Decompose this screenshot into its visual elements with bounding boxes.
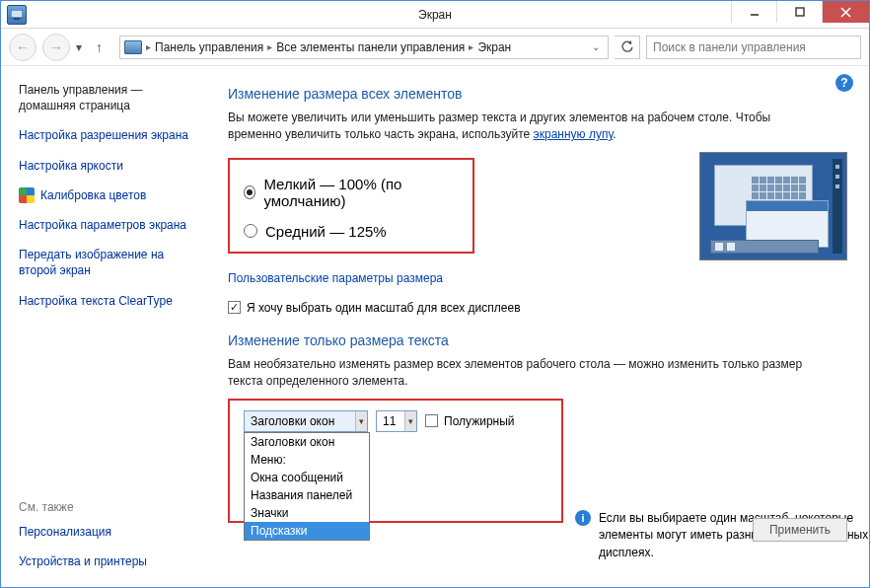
apply-button[interactable]: Применить — [753, 518, 847, 542]
radio-label: Мелкий — 100% (по умолчанию) — [263, 176, 459, 209]
sidebar-item-brightness[interactable]: Настройка яркости — [19, 158, 200, 174]
navigation-bar: ← → ▾ ↑ ▸ Панель управления ▸ Все элемен… — [1, 29, 869, 66]
dropdown-option[interactable]: Подсказки — [245, 522, 369, 540]
chevron-right-icon: ▸ — [146, 41, 151, 52]
search-input[interactable]: Поиск в панели управления — [646, 36, 861, 59]
dropdown-option[interactable]: Заголовки окон — [245, 433, 369, 451]
radio-medium[interactable]: Средний — 125% — [244, 223, 459, 240]
search-placeholder: Поиск в панели управления — [653, 40, 806, 54]
text-size-highlight: Заголовки окон ▾ Заголовки окон Меню: Ок… — [228, 399, 563, 523]
forward-button[interactable]: → — [42, 34, 70, 61]
title-bar: Экран — [1, 1, 869, 29]
desc-text: Вы можете увеличить или уменьшить размер… — [228, 110, 770, 141]
see-also-personalization[interactable]: Персонализация — [19, 524, 206, 540]
info-icon: i — [575, 510, 591, 526]
section-title-scaling: Изменение размера всех элементов — [228, 86, 847, 102]
main-content: ? Изменение размера всех элементов Вы мо… — [208, 66, 869, 587]
chevron-down-icon: ▾ — [404, 411, 416, 431]
see-also-header: См. также — [19, 500, 206, 514]
custom-scaling-link[interactable]: Пользовательские параметры размера — [228, 271, 443, 285]
up-button[interactable]: ↑ — [96, 39, 113, 55]
radio-label: Средний — 125% — [265, 223, 387, 240]
see-also-section: См. также Персонализация Устройства и пр… — [19, 500, 206, 569]
monitor-icon — [124, 40, 142, 54]
dropdown-option[interactable]: Значки — [245, 504, 369, 522]
sidebar-item-project[interactable]: Передать изображение на второй экран — [19, 247, 200, 278]
chevron-down-icon: ▾ — [355, 411, 367, 431]
section-title-textsize: Изменение только размера текста — [228, 332, 847, 348]
sidebar-item-calibration[interactable]: Калибровка цветов — [40, 187, 146, 203]
svg-rect-3 — [796, 8, 804, 16]
breadcrumb-item[interactable]: Панель управления — [155, 40, 263, 54]
breadcrumb-item[interactable]: Экран — [477, 40, 511, 54]
help-icon[interactable]: ? — [835, 74, 853, 92]
magnifier-link[interactable]: экранную лупу — [534, 127, 614, 141]
radio-icon — [244, 185, 255, 199]
checkbox-icon — [228, 301, 241, 314]
maximize-button[interactable] — [776, 1, 822, 23]
combobox-value: 11 — [383, 414, 396, 428]
sidebar-item-display-settings[interactable]: Настройка параметров экрана — [19, 217, 200, 233]
address-dropdown-icon[interactable]: ⌄ — [588, 41, 604, 52]
history-dropdown-icon[interactable]: ▾ — [76, 40, 90, 54]
combobox-value: Заголовки окон — [251, 414, 334, 428]
refresh-button[interactable] — [615, 36, 640, 59]
element-dropdown-list: Заголовки окон Меню: Окна сообщений Назв… — [244, 432, 370, 541]
breadcrumb-item[interactable]: Все элементы панели управления — [276, 40, 465, 54]
see-also-devices[interactable]: Устройства и принтеры — [19, 553, 206, 569]
section-description: Вам необязательно изменять размер всех э… — [228, 356, 820, 391]
section-description: Вы можете увеличить или уменьшить размер… — [228, 110, 820, 144]
sidebar-item-resolution[interactable]: Настройка разрешения экрана — [19, 127, 200, 143]
dropdown-option[interactable]: Меню: — [245, 451, 369, 469]
radio-small[interactable]: Мелкий — 100% (по умолчанию) — [244, 176, 459, 209]
sidebar-item-cleartype[interactable]: Настройка текста ClearType — [19, 293, 200, 309]
dropdown-option[interactable]: Окна сообщений — [245, 469, 369, 486]
close-button[interactable] — [822, 1, 869, 23]
chevron-right-icon: ▸ — [469, 41, 473, 52]
shield-icon — [19, 187, 35, 203]
back-button[interactable]: ← — [9, 34, 36, 61]
checkbox-icon — [425, 414, 438, 427]
size-combobox[interactable]: 11 ▾ — [376, 410, 417, 432]
sidebar-home-link[interactable]: Панель управления — домашняя страница — [19, 82, 200, 113]
element-combobox[interactable]: Заголовки окон ▾ — [244, 410, 368, 432]
bold-checkbox-row[interactable]: Полужирный — [425, 414, 515, 428]
dropdown-option[interactable]: Названия панелей — [245, 486, 369, 504]
address-bar[interactable]: ▸ Панель управления ▸ Все элементы панел… — [119, 36, 609, 59]
scaling-options-highlight: Мелкий — 100% (по умолчанию) Средний — 1… — [228, 158, 474, 254]
display-preview-image — [699, 152, 847, 260]
desc-text: . — [613, 127, 616, 141]
checkbox-label: Я хочу выбрать один масштаб для всех дис… — [247, 301, 521, 315]
single-scale-checkbox-row[interactable]: Я хочу выбрать один масштаб для всех дис… — [228, 301, 847, 315]
chevron-right-icon: ▸ — [267, 41, 272, 52]
checkbox-label: Полужирный — [444, 414, 515, 428]
minimize-button[interactable] — [731, 1, 776, 23]
radio-icon — [244, 224, 257, 238]
